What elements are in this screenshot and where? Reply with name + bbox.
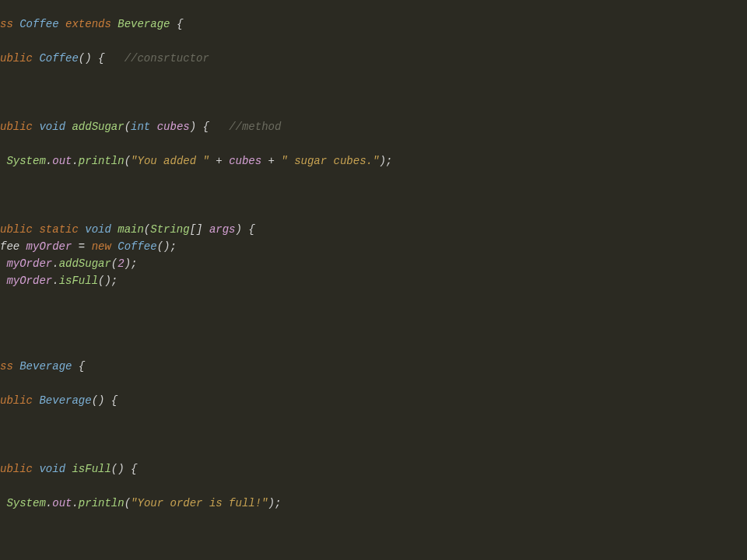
text: fee (0, 240, 26, 253)
code-line (0, 84, 747, 101)
println: println (79, 497, 124, 509)
code-line: ublic Coffee() { //consrtuctor (0, 50, 747, 67)
code-line: ublic Beverage() { (0, 392, 747, 409)
parent-class: Beverage (117, 18, 170, 30)
code-line: System.out.println("You added " + cubes … (0, 152, 747, 170)
main-method: main (111, 223, 144, 236)
constructor-name: Beverage (39, 394, 91, 407)
brace: { (170, 18, 183, 30)
code-line (0, 306, 747, 324)
paren: ) { (190, 121, 209, 133)
class-name: Coffee (117, 240, 156, 253)
dot: . (52, 275, 58, 287)
comment: //method (209, 121, 281, 133)
code-line (0, 409, 747, 426)
code-line: System.out.println("Your order is full!"… (0, 495, 747, 512)
class-name: Beverage (19, 360, 72, 373)
number: 2 (117, 257, 124, 270)
code-line: myOrder.addSugar(2); (0, 255, 747, 272)
variable: cubes (229, 155, 261, 167)
keyword-static: static (39, 223, 85, 236)
method-name: addSugar (65, 121, 124, 133)
keyword-void: void (85, 223, 111, 236)
code-line (0, 289, 747, 306)
code-line: ublic void addSugar(int cubes) { //metho… (0, 118, 747, 135)
code-line (0, 426, 747, 443)
plus: + (261, 155, 281, 167)
keyword-void: void (39, 463, 65, 475)
code-line (0, 187, 747, 204)
brace: { (72, 360, 85, 373)
type-int: int (131, 121, 150, 133)
keyword-class: ss (0, 18, 19, 30)
keyword-public: ublic (0, 121, 39, 133)
method-call: isFull (59, 275, 98, 287)
paren: () { (92, 394, 118, 407)
println: println (79, 155, 124, 167)
string-type: String (150, 223, 189, 236)
paren: ( (124, 155, 131, 167)
plus: + (209, 155, 229, 167)
method-call: addSugar (59, 257, 111, 270)
equals: = (72, 240, 91, 253)
paren: ( (111, 257, 117, 270)
code-line (0, 170, 747, 187)
code-editor[interactable]: ss Coffee extends Beverage { ublic Coffe… (0, 16, 747, 560)
code-line (0, 324, 747, 341)
keyword-new: new (92, 240, 118, 253)
system: System (6, 155, 45, 167)
code-line (0, 375, 747, 392)
comment: //consrtuctor (104, 52, 209, 65)
dot: . (46, 497, 52, 509)
code-line: ublic static void main(String[] args) { (0, 221, 747, 238)
paren: ( (124, 497, 131, 509)
variable: myOrder (6, 257, 52, 270)
code-line: ss Beverage { (0, 358, 747, 375)
param: cubes (150, 121, 189, 133)
code-line: ss Coffee extends Beverage { (0, 16, 747, 33)
method-name: isFull (65, 463, 111, 475)
dot: . (52, 257, 58, 270)
string: "You added " (131, 155, 209, 167)
keyword-class: ss (0, 360, 19, 373)
paren: ( (144, 223, 150, 236)
string: "Your order is full!" (131, 497, 268, 509)
code-line (0, 135, 747, 152)
keyword-extends: extends (59, 18, 118, 30)
paren: ); (268, 497, 282, 509)
variable: myOrder (26, 240, 72, 253)
keyword-public: ublic (0, 52, 39, 65)
code-line (0, 341, 747, 358)
code-line (0, 101, 747, 118)
constructor-name: Coffee (39, 52, 78, 65)
paren: ) { (236, 223, 255, 236)
args: args (209, 223, 236, 236)
code-line (0, 67, 747, 84)
code-line (0, 512, 747, 529)
code-line: ublic void isFull() { (0, 460, 747, 478)
dot: . (46, 155, 52, 167)
paren: ); (124, 257, 138, 270)
dot: . (72, 497, 78, 509)
dot: . (72, 155, 78, 167)
code-line (0, 204, 747, 221)
system: System (6, 497, 45, 509)
code-line (0, 33, 747, 50)
paren: ); (379, 155, 392, 167)
code-line: myOrder.isFull(); (0, 272, 747, 289)
parens: () { (79, 52, 105, 65)
paren: ( (124, 121, 131, 133)
code-line (0, 478, 747, 495)
code-line (0, 546, 747, 560)
keyword-public: ublic (0, 223, 39, 236)
code-line (0, 443, 747, 460)
out-field: out (52, 155, 72, 167)
variable: myOrder (6, 275, 52, 287)
string: " sugar cubes." (281, 155, 379, 167)
code-line: fee myOrder = new Coffee(); (0, 238, 747, 255)
paren: (); (98, 275, 117, 287)
brackets: [] (190, 223, 209, 236)
class-name: Coffee (19, 18, 58, 30)
keyword-public: ublic (0, 394, 39, 407)
out-field: out (52, 497, 72, 509)
